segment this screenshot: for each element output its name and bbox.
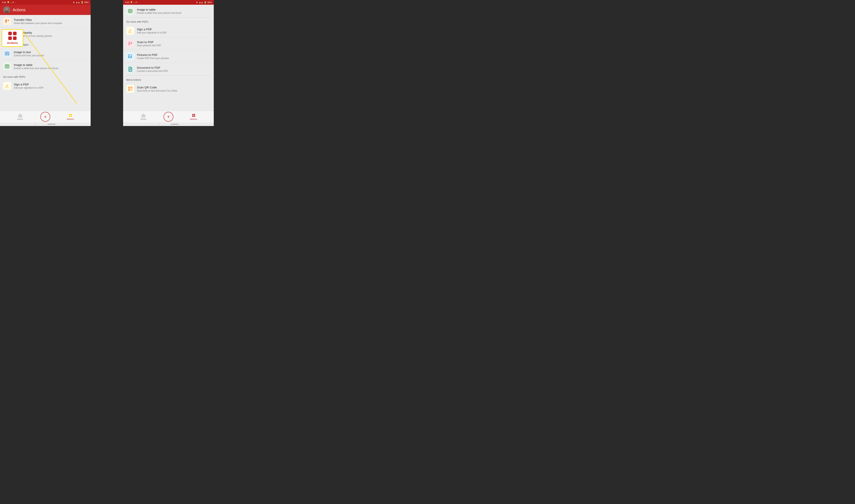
document-to-pdf-text: Document to PDF Convert a document into … [137,66,211,72]
svg-rect-16 [69,115,70,116]
svg-rect-4 [5,19,7,21]
svg-rect-17 [71,115,72,116]
list-item-scan-to-pdf[interactable]: Scan to PDF Scan pictures into PDF [123,37,214,50]
share-nearby-text: Share Nearby Share files to or from near… [14,31,87,37]
notification-icons-1: 💡 ↕ ↺ ··· [7,1,16,4]
back-button-1[interactable]: ‹ [35,123,36,126]
actions-nav-icon-1 [68,113,73,118]
gesture-bar-1: ‹ [0,123,91,126]
sign-pdf-subtitle: Add your signature to a PDF [14,86,87,89]
sign-pdf-title-2: Sign a PDF [137,28,211,31]
document-to-pdf-title: Document to PDF [137,66,211,69]
scan-to-pdf-icon [126,40,134,48]
dot-3 [8,36,12,40]
scan-qr-icon [126,85,134,93]
phone-screen-1: 4:42 💡 ↕ ↺ ··· ▼ ▲▲ 🔋 58% Actions [0,0,91,126]
image-to-table-subtitle-2: Extract a table from your picture into E… [137,12,211,14]
time-1: 4:42 [2,1,6,3]
list-item-image-to-text[interactable]: Image to text Extract text from your pic… [0,47,91,60]
share-nearby-title: Share Nearby [14,31,87,34]
list-item-sign-pdf-2[interactable]: Sign a PDF Add your signature to a PDF [123,24,214,37]
dot-2 [13,32,17,35]
svg-rect-39 [194,115,195,116]
app-bar-title-1: Actions [13,8,25,12]
notification-icons-2: 💡 ↕ ↺ ··· [130,1,139,4]
nav-fab-2[interactable]: + [163,112,173,122]
screen-content-2[interactable]: Image to table Extract a table from your… [123,5,214,111]
transfer-files-icon [3,17,11,25]
nav-actions-1[interactable]: Actions [50,113,91,120]
scan-to-pdf-text: Scan to PDF Scan pictures into PDF [137,40,211,47]
actions-label-2: Actions [190,118,197,120]
home-icon-1 [18,113,22,118]
scan-qr-subtitle: Scan links or text and save it to a Note [137,89,211,92]
home-label-1: Home [17,118,23,120]
image-to-table-icon-2 [126,7,134,15]
pictures-to-pdf-subtitle: Create PDF from your pictures [137,57,211,60]
sign-pdf-text-2: Sign a PDF Add your signature to a PDF [137,28,211,34]
svg-point-1 [5,8,8,10]
svg-rect-31 [129,87,129,88]
time-2: 4:43 [125,1,129,3]
list-item-image-to-table-2[interactable]: Image to table Extract a table from your… [123,5,214,17]
svg-rect-33 [131,87,132,88]
document-to-pdf-subtitle: Convert a document into PDF [137,70,211,72]
nav-home-1[interactable]: Home [0,113,40,120]
image-to-table-text-2: Image to table Extract a table from your… [137,8,211,14]
avatar-1 [3,6,10,13]
image-to-table-title-2: Image to table [137,8,211,11]
list-item-transfer-files[interactable]: Transfer Files Share files between your … [0,15,91,28]
status-bar-2: 4:43 💡 ↕ ↺ ··· ▼ ▲▲ 🔋 58% [123,0,214,5]
list-item-sign-pdf[interactable]: Sign a PDF Add your signature to a PDF [0,79,91,92]
svg-rect-25 [128,55,132,58]
wifi-icon-1: ▼ [73,1,75,3]
home-icon-2 [141,113,145,118]
svg-rect-38 [192,115,193,116]
scan-qr-text: Scan QR Code Scan links or text and save… [137,86,211,92]
sign-pdf-subtitle-2: Add your signature to a PDF [137,31,211,34]
transfer-files-subtitle: Share files between your phone and compu… [14,22,87,24]
battery-icon-2: 🔋 [204,1,207,4]
gesture-pill-2 [171,124,179,125]
image-to-text-icon [3,50,11,57]
nav-home-2[interactable]: Home [123,113,163,120]
pictures-to-pdf-text: Pictures to PDF Create PDF from your pic… [137,53,211,60]
image-to-table-text: Image to table Extract a table from your… [14,63,87,70]
battery-pct-1: 58% [84,1,89,3]
nav-actions-2[interactable]: Actions [173,113,214,120]
list-item-scan-qr[interactable]: Scan QR Code Scan links or text and save… [123,83,214,95]
transfer-files-title: Transfer Files [14,18,87,21]
transfer-files-text: Transfer Files Share files between your … [14,18,87,24]
tooltip-dots [8,32,17,40]
home-label-2: Home [140,118,146,120]
scan-to-pdf-title: Scan to PDF [137,40,211,44]
fab-plus-1: + [44,114,47,120]
list-item-document-to-pdf[interactable]: Document to PDF Convert a document into … [123,62,214,75]
section-pdfs-2: Do more with PDFs [123,18,214,24]
phone-screen-2: 4:43 💡 ↕ ↺ ··· ▼ ▲▲ 🔋 58% Imag [123,0,214,126]
svg-rect-35 [129,90,129,90]
actions-label-1: Actions [67,118,74,120]
actions-nav-icon-2 [191,113,196,118]
svg-rect-14 [69,114,70,115]
list-item-pictures-to-pdf[interactable]: Pictures to PDF Create PDF from your pic… [123,50,214,62]
list-item-image-to-table[interactable]: Image to table Extract a table from your… [0,60,91,73]
svg-rect-24 [128,43,132,44]
back-button-2[interactable]: ‹ [158,123,159,126]
sign-pdf-title: Sign a PDF [14,83,87,86]
section-pdfs-1: Do more with PDFs [0,73,91,79]
svg-rect-15 [71,114,72,115]
scan-to-pdf-subtitle: Scan pictures into PDF [137,44,211,47]
image-to-text-text: Image to text Extract text from your pic… [14,50,87,57]
gesture-pill-1 [48,124,55,125]
status-bar-1: 4:42 💡 ↕ ↺ ··· ▼ ▲▲ 🔋 58% [0,0,91,5]
gesture-bar-2: ‹ [123,123,214,126]
bottom-nav-1: Home + Actions [0,111,91,123]
dot-4 [13,36,17,40]
actions-tooltip: Actions [2,29,23,47]
pictures-to-pdf-icon [126,52,134,60]
image-to-table-subtitle: Extract a table from your picture into E… [14,67,87,70]
svg-rect-36 [192,114,193,115]
sign-pdf-icon [3,82,11,90]
nav-fab-1[interactable]: + [40,112,50,122]
